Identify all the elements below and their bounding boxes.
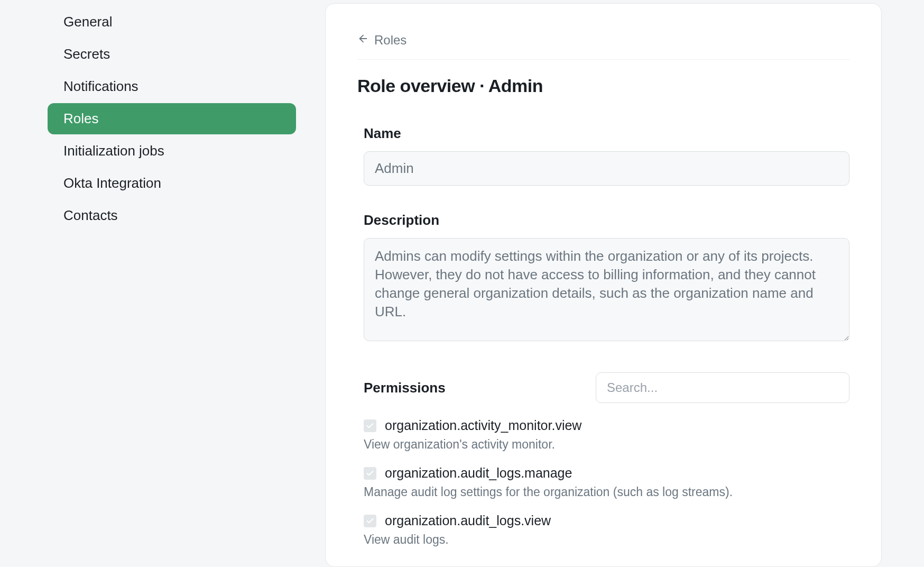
- sidebar-item-roles[interactable]: Roles: [48, 103, 296, 134]
- page-title: Role overview · Admin: [357, 76, 849, 96]
- permission-description: View organization's activity monitor.: [364, 437, 849, 452]
- permission-name: organization.audit_logs.manage: [385, 465, 572, 481]
- permissions-label: Permissions: [364, 380, 446, 396]
- permission-row: organization.audit_logs.manage Manage au…: [364, 465, 849, 499]
- sidebar-item-notifications[interactable]: Notifications: [48, 71, 296, 102]
- permission-name: organization.audit_logs.view: [385, 513, 551, 528]
- permission-name: organization.activity_monitor.view: [385, 418, 581, 433]
- sidebar-item-contacts[interactable]: Contacts: [48, 200, 296, 231]
- permission-checkbox[interactable]: [364, 467, 376, 480]
- name-input[interactable]: [364, 151, 849, 186]
- check-icon: [366, 469, 374, 478]
- permission-checkbox[interactable]: [364, 419, 376, 432]
- sidebar-item-general[interactable]: General: [48, 6, 296, 38]
- sidebar-item-initialization-jobs[interactable]: Initialization jobs: [48, 135, 296, 167]
- check-icon: [366, 422, 374, 430]
- permissions-search-input[interactable]: [596, 372, 849, 403]
- name-label: Name: [364, 125, 849, 142]
- breadcrumb-label: Roles: [374, 33, 406, 48]
- permission-description: Manage audit log settings for the organi…: [364, 485, 849, 499]
- permission-row: organization.audit_logs.view View audit …: [364, 513, 849, 547]
- sidebar: General Secrets Notifications Roles Init…: [19, 0, 325, 567]
- breadcrumb-back[interactable]: Roles: [357, 33, 849, 60]
- check-icon: [366, 517, 374, 525]
- description-textarea[interactable]: [364, 238, 849, 341]
- arrow-left-icon: [357, 33, 369, 48]
- permission-row: organization.activity_monitor.view View …: [364, 418, 849, 452]
- main-content: Roles Role overview · Admin Name Descrip…: [325, 0, 924, 567]
- sidebar-item-okta-integration[interactable]: Okta Integration: [48, 168, 296, 199]
- sidebar-item-secrets[interactable]: Secrets: [48, 39, 296, 70]
- role-card: Roles Role overview · Admin Name Descrip…: [325, 3, 882, 567]
- description-label: Description: [364, 212, 849, 228]
- permission-description: View audit logs.: [364, 533, 849, 547]
- permission-checkbox[interactable]: [364, 515, 376, 527]
